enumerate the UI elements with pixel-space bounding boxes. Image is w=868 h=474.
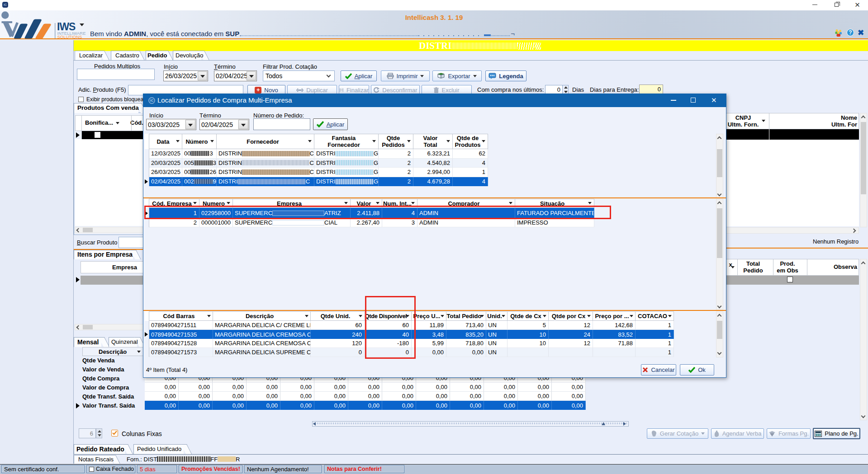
svg-text:SOLUTIONS: SOLUTIONS — [57, 34, 82, 39]
